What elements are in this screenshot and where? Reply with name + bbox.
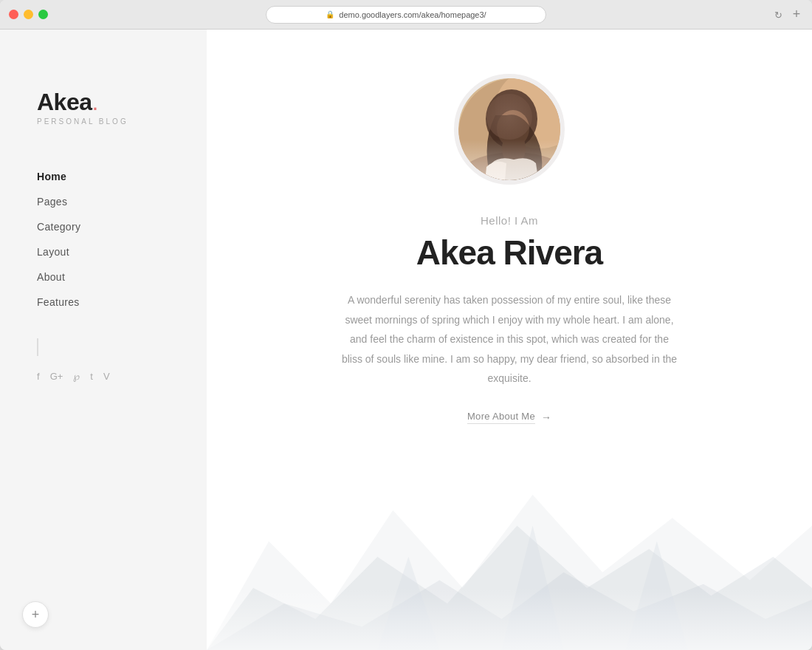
social-facebook[interactable]: f <box>37 371 40 382</box>
browser-actions: ↻ <box>774 9 782 20</box>
sidebar-item-layout[interactable]: Layout <box>37 245 207 259</box>
browser-content: Akea. PERSONAL BLOG Home Pages Category <box>0 30 812 650</box>
nav-link-layout[interactable]: Layout <box>37 246 69 258</box>
brand-area: Akea. PERSONAL BLOG <box>0 30 207 155</box>
social-pinterest[interactable]: ℘ <box>73 371 80 382</box>
nav-list: Home Pages Category Layout About <box>0 155 207 335</box>
nav-link-about[interactable]: About <box>37 271 65 283</box>
minimize-button[interactable] <box>24 10 33 19</box>
svg-point-3 <box>458 152 560 180</box>
arrow-icon: → <box>541 411 551 423</box>
browser-traffic-lights <box>9 10 48 19</box>
sidebar-nav: Home Pages Category Layout About <box>0 155 207 368</box>
social-twitter[interactable]: t <box>90 371 93 382</box>
browser-titlebar: 🔒 demo.goodlayers.com/akea/homepage3/ ↻ … <box>0 0 812 30</box>
brand-dot: . <box>92 89 99 115</box>
sidebar-item-category[interactable]: Category <box>37 220 207 233</box>
svg-point-6 <box>497 110 529 147</box>
refresh-icon[interactable]: ↻ <box>774 9 782 20</box>
more-about-me-link[interactable]: More About Me <box>467 411 535 424</box>
more-link-container: More About Me → <box>467 411 551 424</box>
address-bar[interactable]: 🔒 demo.goodlayers.com/akea/homepage3/ <box>266 6 546 24</box>
mountain-svg <box>207 458 812 650</box>
hero-bio: A wonderful serenity has taken possessio… <box>310 290 709 389</box>
nav-link-pages[interactable]: Pages <box>37 196 67 208</box>
social-links: f G+ ℘ t V <box>0 371 207 382</box>
nav-link-features[interactable]: Features <box>37 296 80 308</box>
maximize-button[interactable] <box>38 10 48 19</box>
hello-text: Hello! I Am <box>481 214 538 227</box>
social-vimeo[interactable]: V <box>103 371 110 382</box>
svg-rect-14 <box>207 588 812 650</box>
main-content: Hello! I Am Akea Rivera A wonderful sere… <box>207 30 812 650</box>
brand-logo: Akea. <box>37 89 207 116</box>
brand-subtitle: PERSONAL BLOG <box>37 117 207 126</box>
brand-name: Akea <box>37 89 92 115</box>
mountain-background <box>207 458 812 650</box>
sidebar-item-about[interactable]: About <box>37 270 207 284</box>
social-googleplus[interactable]: G+ <box>50 371 63 382</box>
hero-section: Hello! I Am Akea Rivera A wonderful sere… <box>207 30 812 389</box>
sidebar: Akea. PERSONAL BLOG Home Pages Category <box>0 30 207 650</box>
avatar <box>458 78 560 180</box>
url-text: demo.goodlayers.com/akea/homepage3/ <box>339 10 486 19</box>
nav-link-home[interactable]: Home <box>37 171 66 182</box>
nav-link-category[interactable]: Category <box>37 221 80 233</box>
new-tab-button[interactable]: + <box>788 7 805 23</box>
close-button[interactable] <box>9 10 18 19</box>
add-button[interactable]: + <box>22 601 49 628</box>
nav-divider <box>37 338 38 356</box>
sidebar-item-features[interactable]: Features <box>37 295 207 309</box>
sidebar-item-home[interactable]: Home <box>37 170 207 183</box>
hero-name: Akea Rivera <box>416 233 602 273</box>
svg-rect-7 <box>458 78 560 180</box>
avatar-container <box>454 74 565 185</box>
sidebar-item-pages[interactable]: Pages <box>37 195 207 208</box>
browser-window: 🔒 demo.goodlayers.com/akea/homepage3/ ↻ … <box>0 0 812 650</box>
avatar-image <box>458 78 560 180</box>
lock-icon: 🔒 <box>326 10 334 18</box>
